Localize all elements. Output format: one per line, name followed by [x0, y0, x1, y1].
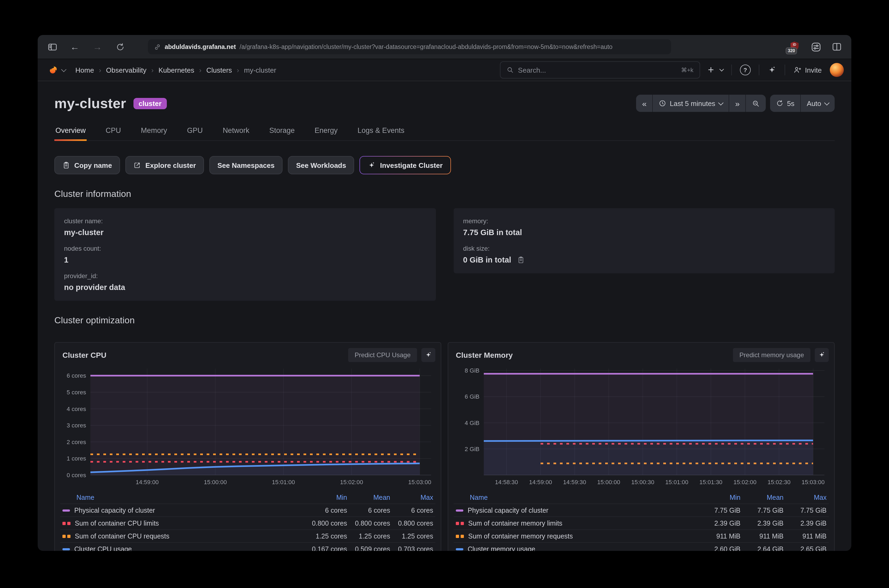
x-tick-label: 15:02:30	[767, 479, 790, 486]
search-icon	[506, 66, 514, 74]
tab-storage[interactable]: Storage	[268, 122, 296, 140]
tab-energy[interactable]: Energy	[314, 122, 339, 140]
split-view-icon[interactable]	[831, 41, 843, 53]
field-value: no provider data	[64, 283, 426, 292]
ai-sparkle-icon[interactable]	[765, 62, 779, 78]
invite-label: Invite	[805, 66, 822, 74]
legend-series-name[interactable]: Sum of container memory limits	[468, 519, 697, 527]
sidebar-toggle-icon[interactable]	[46, 41, 58, 53]
zoom-out-icon	[751, 99, 760, 107]
tab-cpu[interactable]: CPU	[105, 122, 122, 140]
time-shift-back-button[interactable]: «	[636, 94, 652, 112]
legend-header-stat[interactable]: Max	[784, 494, 827, 501]
tab-overview[interactable]: Overview	[54, 122, 87, 140]
tab-memory[interactable]: Memory	[140, 122, 168, 140]
legend-header-name[interactable]: Name	[470, 494, 697, 501]
grafana-logo[interactable]	[47, 64, 59, 76]
tab-logs-events[interactable]: Logs & Events	[356, 122, 405, 140]
y-tick-label: 3 cores	[67, 422, 86, 429]
legend-series-name[interactable]: Cluster memory usage	[468, 545, 697, 551]
x-tick-label: 15:03:00	[408, 479, 431, 486]
legend-series-name[interactable]: Cluster CPU usage	[74, 545, 304, 551]
adblock-shield-icon[interactable]: ID 320	[789, 40, 801, 53]
legend-series-swatch	[62, 522, 71, 525]
legend-series-name[interactable]: Physical capacity of cluster	[74, 507, 304, 514]
clipboard-icon	[62, 161, 70, 169]
external-link-icon	[134, 161, 141, 169]
search-input[interactable]: Search... ⌘+k	[500, 62, 700, 78]
reload-icon[interactable]	[114, 41, 126, 53]
refresh-mode-button[interactable]: Auto	[800, 94, 835, 112]
x-tick-label: 15:00:00	[597, 479, 620, 486]
legend-mean-value: 0.509 cores	[347, 545, 390, 551]
keyboard-shortcut: ⌘+k	[681, 66, 694, 74]
refresh-interval: 5s	[787, 99, 794, 107]
copy-name-button[interactable]: Copy name	[54, 156, 120, 174]
explore-cluster-label: Explore cluster	[145, 161, 196, 169]
legend-header-stat[interactable]: Max	[390, 494, 433, 501]
legend-row: Physical capacity of cluster6 cores6 cor…	[60, 504, 435, 516]
panel-ai-button[interactable]	[815, 348, 829, 362]
legend-series-name[interactable]: Physical capacity of cluster	[468, 507, 697, 514]
field-value: my-cluster	[64, 228, 426, 237]
legend-series-swatch	[456, 548, 463, 550]
legend-row: Sum of container memory requests911 MiB9…	[454, 530, 829, 542]
back-icon[interactable]: ←	[69, 41, 81, 53]
see-workloads-button[interactable]: See Workloads	[288, 156, 354, 174]
cpu-time-series-chart[interactable]: 0 cores1 cores2 cores3 cores4 cores5 cor…	[60, 365, 434, 490]
time-shift-forward-button[interactable]: »	[728, 94, 745, 112]
breadcrumb-kubernetes[interactable]: Kubernetes	[158, 66, 194, 74]
cluster-resources-card: memory: 7.75 GiB in total disk size: 0 G…	[454, 208, 835, 273]
tab-gpu[interactable]: GPU	[186, 122, 204, 140]
predict-cpu-usage-button[interactable]: Predict CPU Usage	[348, 348, 417, 362]
legend-mean-value: 2.64 GiB	[740, 545, 784, 551]
legend-mean-value: 1.25 cores	[347, 532, 390, 540]
explore-cluster-button[interactable]: Explore cluster	[125, 156, 204, 174]
breadcrumb-clusters[interactable]: Clusters	[206, 66, 232, 74]
y-tick-label: 0 cores	[67, 472, 86, 478]
invite-button[interactable]: Invite	[791, 62, 824, 78]
see-namespaces-button[interactable]: See Namespaces	[209, 156, 283, 174]
legend-header-stat[interactable]: Min	[697, 494, 740, 501]
x-tick-label: 15:03:00	[802, 479, 825, 486]
x-tick-label: 14:59:30	[563, 479, 586, 486]
y-tick-label: 4 cores	[67, 406, 86, 412]
copy-name-label: Copy name	[74, 161, 112, 169]
url-bar[interactable]: abduldavids.grafana.net/a/grafana-k8s-ap…	[148, 39, 671, 54]
legend-series-name[interactable]: Sum of container CPU limits	[75, 519, 304, 527]
help-icon[interactable]: ?	[738, 62, 753, 78]
search-placeholder: Search...	[518, 66, 677, 74]
investigate-cluster-button[interactable]: Investigate Cluster	[359, 156, 451, 174]
tab-network[interactable]: Network	[222, 122, 251, 140]
legend-header-name[interactable]: Name	[77, 494, 304, 501]
y-tick-label: 2 cores	[67, 439, 86, 446]
field-label: disk size:	[463, 245, 825, 252]
legend-header-stat[interactable]: Min	[304, 494, 347, 501]
x-tick-label: 14:59:00	[136, 479, 159, 486]
legend-series-swatch	[456, 509, 463, 512]
see-namespaces-label: See Namespaces	[218, 161, 275, 169]
breadcrumb-current: my-cluster	[244, 66, 276, 74]
chevron-down-icon[interactable]	[61, 66, 66, 72]
add-button[interactable]: +	[706, 62, 725, 78]
refresh-button[interactable]: 5s	[770, 94, 800, 112]
legend-series-name[interactable]: Sum of container memory requests	[468, 532, 697, 540]
panel-ai-button[interactable]	[421, 348, 435, 362]
legend-series-name[interactable]: Sum of container CPU requests	[75, 532, 304, 540]
legend-header-stat[interactable]: Mean	[740, 494, 784, 501]
breadcrumb-observability[interactable]: Observability	[106, 66, 146, 74]
zoom-out-button[interactable]	[745, 94, 766, 112]
memory-time-series-chart[interactable]: 2 GiB4 GiB6 GiB8 GiB14:58:3014:59:0014:5…	[454, 365, 827, 490]
forward-icon[interactable]: →	[92, 41, 103, 53]
predict-memory-usage-button[interactable]: Predict memory usage	[733, 348, 811, 362]
copy-icon[interactable]	[517, 256, 525, 264]
legend-header-stat[interactable]: Mean	[347, 494, 390, 501]
panel-title: Cluster Memory	[456, 351, 513, 359]
breadcrumb-home[interactable]: Home	[75, 66, 94, 74]
x-tick-label: 15:02:00	[733, 479, 757, 486]
avatar[interactable]	[830, 63, 844, 77]
extensions-settings-icon[interactable]	[810, 41, 822, 53]
series-line	[484, 440, 813, 441]
y-tick-label: 5 cores	[67, 389, 86, 396]
time-range-button[interactable]: Last 5 minutes	[652, 94, 728, 112]
